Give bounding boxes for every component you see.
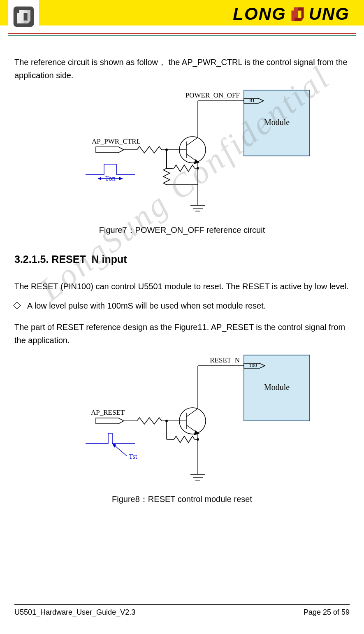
fig7-signal: POWER_ON_OFF <box>185 91 239 99</box>
figure7: Module 81 POWER_ON_OFF <box>14 86 350 237</box>
fig7-pin: 81 <box>249 97 255 103</box>
figure8: Module 100 RESET_N <box>14 351 350 506</box>
figure8-caption: Figure8：RESET control module reset <box>14 492 350 506</box>
figure8-diagram: Module 100 RESET_N <box>51 351 314 487</box>
page-content: The reference circuit is shown as follow… <box>0 41 364 506</box>
footer-doc-id: U5501_Hardware_User_Guide_V2.3 <box>14 608 135 617</box>
company-logo-icon <box>8 0 39 33</box>
svg-line-6 <box>186 137 198 146</box>
fig8-pin: 100 <box>249 362 257 368</box>
svg-marker-29 <box>119 177 123 180</box>
page-footer: U5501_Hardware_User_Guide_V2.3 Page 25 o… <box>14 604 350 617</box>
figure7-caption: Figure7：POWER_ON_OFF reference circuit <box>14 223 350 237</box>
bullet-item: A low level pulse with 100mS will be use… <box>14 299 350 312</box>
footer-rule <box>14 604 350 605</box>
fig8-input: AP_RESET <box>91 409 125 416</box>
fig8-intro-paragraph: The part of RESET reference design as th… <box>14 320 350 347</box>
fig8-timing: Tst <box>129 453 137 460</box>
svg-point-25 <box>197 167 199 170</box>
figure7-diagram: Module 81 POWER_ON_OFF <box>51 86 314 218</box>
bullet-text: A low level pulse with 100mS will be use… <box>27 301 266 310</box>
header-rule <box>8 33 356 36</box>
brand-left: LONG <box>233 4 286 24</box>
brand-right: UNG <box>309 4 350 24</box>
diamond-bullet-icon <box>13 302 21 309</box>
footer-page-number: Page 25 of 59 <box>304 608 350 617</box>
fig8-signal: RESET_N <box>210 356 240 364</box>
svg-marker-50 <box>112 444 116 448</box>
svg-line-35 <box>186 409 198 417</box>
fig7-input: AP_PWR_CTRL <box>92 137 141 145</box>
page-header: LONG UNG <box>0 0 364 41</box>
brand-logo-icon <box>288 5 307 23</box>
section-heading: 3.2.1.5. RESET_N input <box>14 251 350 267</box>
reset-paragraph: The RESET (PIN100) can control U5501 mod… <box>14 280 350 293</box>
svg-marker-28 <box>98 177 101 180</box>
brand-wordmark: LONG UNG <box>233 4 350 24</box>
intro-paragraph: The reference circuit is shown as follow… <box>14 56 350 82</box>
fig8-module-label: Module <box>264 383 289 392</box>
fig7-module-label: Module <box>264 118 289 127</box>
svg-point-48 <box>197 438 199 441</box>
fig7-timing: Ton <box>104 174 116 182</box>
